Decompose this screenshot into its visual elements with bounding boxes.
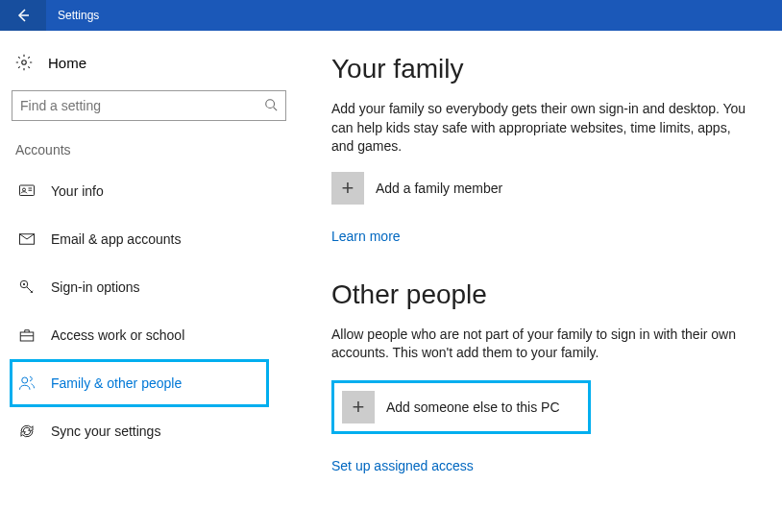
nav-label: Your info <box>51 183 104 199</box>
sidebar: Home Accounts Your info Email & app acco… <box>0 31 298 532</box>
other-people-section-desc: Allow people who are not part of your fa… <box>331 326 754 363</box>
svg-point-13 <box>22 377 28 383</box>
plus-icon: + <box>342 391 375 423</box>
nav-family-other-people[interactable]: Family & other people <box>10 359 269 407</box>
main-content: Your family Add your family so everybody… <box>298 31 782 532</box>
people-icon <box>18 375 36 392</box>
back-button[interactable] <box>0 0 46 31</box>
search-icon <box>264 98 278 114</box>
add-family-label: Add a family member <box>376 181 502 196</box>
key-icon <box>18 278 36 296</box>
nav-signin-options[interactable]: Sign-in options <box>10 263 288 311</box>
home-label: Home <box>48 55 86 71</box>
gear-icon <box>15 54 33 71</box>
category-label: Accounts <box>15 142 282 157</box>
sync-icon <box>18 423 36 440</box>
nav-label: Sign-in options <box>51 279 140 295</box>
svg-point-1 <box>22 60 27 65</box>
nav-sync-settings[interactable]: Sync your settings <box>10 407 288 455</box>
person-icon <box>18 182 36 200</box>
nav-access-work-school[interactable]: Access work or school <box>10 311 288 359</box>
add-family-member-button[interactable]: + Add a family member <box>331 172 763 205</box>
mail-icon <box>18 230 36 248</box>
search-input[interactable] <box>20 98 264 113</box>
nav-label: Email & app accounts <box>51 231 181 247</box>
family-section-desc: Add your family so everybody gets their … <box>331 100 754 157</box>
svg-point-5 <box>23 188 26 191</box>
svg-rect-11 <box>20 332 34 341</box>
other-people-section-title: Other people <box>331 279 763 310</box>
window-title: Settings <box>46 9 99 22</box>
add-someone-label: Add someone else to this PC <box>386 399 560 415</box>
svg-point-10 <box>23 283 25 285</box>
nav-label: Access work or school <box>51 327 184 343</box>
nav-label: Family & other people <box>51 375 182 391</box>
nav-email-accounts[interactable]: Email & app accounts <box>10 215 288 263</box>
titlebar: Settings <box>0 0 782 31</box>
svg-line-3 <box>274 107 278 110</box>
search-box[interactable] <box>12 90 286 121</box>
assigned-access-link[interactable]: Set up assigned access <box>331 458 474 473</box>
svg-point-2 <box>266 99 275 108</box>
learn-more-link[interactable]: Learn more <box>331 229 401 244</box>
add-someone-else-button[interactable]: + Add someone else to this PC <box>331 380 591 434</box>
arrow-left-icon <box>15 8 31 23</box>
nav-your-info[interactable]: Your info <box>10 167 288 215</box>
family-section-title: Your family <box>331 54 763 85</box>
briefcase-icon <box>18 326 36 344</box>
plus-icon: + <box>331 172 364 205</box>
home-nav[interactable]: Home <box>10 48 288 77</box>
nav-label: Sync your settings <box>51 423 160 439</box>
